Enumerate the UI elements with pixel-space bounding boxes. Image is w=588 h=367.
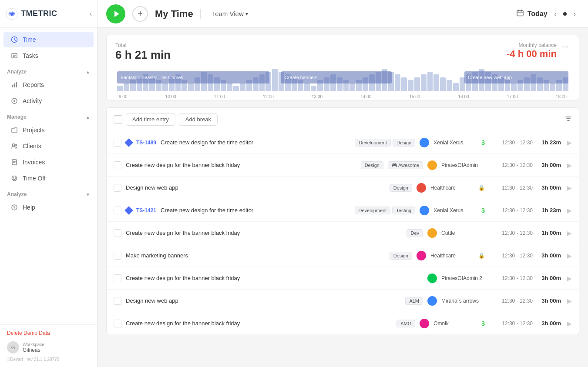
entry-checkbox[interactable]	[114, 229, 121, 237]
svg-rect-20	[517, 10, 523, 16]
entry-play-button[interactable]: ▶	[567, 162, 572, 169]
entry-checkbox[interactable]	[114, 320, 121, 327]
manage-section-header[interactable]: Manage ▲	[0, 110, 97, 122]
task-diamond-icon	[124, 138, 133, 147]
entry-play-button[interactable]: ▶	[567, 139, 572, 146]
sidebar-item-tasks[interactable]: Tasks	[3, 48, 94, 63]
chart-segment-2: Create banners	[281, 71, 392, 83]
entry-checkbox[interactable]	[114, 184, 121, 192]
entry-play-button[interactable]: ▶	[567, 230, 572, 237]
add-button[interactable]: +	[132, 6, 148, 22]
awesome-tag: 🎮 Awesome	[388, 161, 423, 169]
view-selector[interactable]: Team View ▾	[208, 7, 252, 20]
chart-time-labels: 9:00 10:00 11:00 12:00 13:00 14:00 15:00…	[117, 93, 568, 100]
sidebar-item-time[interactable]: Time	[3, 32, 94, 47]
activity-icon	[10, 97, 18, 105]
analyze-section-header[interactable]: Analyze ▲	[0, 65, 97, 77]
view-selector-label: Team View	[212, 10, 244, 17]
table-row: Design new web appDesignHealthcare🔒12:30…	[107, 177, 579, 199]
entry-checkbox[interactable]	[114, 161, 121, 169]
chart-bar	[304, 83, 310, 92]
topbar-divider	[200, 9, 201, 19]
entry-play-button[interactable]: ▶	[567, 207, 572, 214]
entries-list: TS-1489Create new design for the time ed…	[107, 131, 579, 335]
client-avatar	[420, 206, 429, 215]
entry-tags: Design	[390, 184, 412, 192]
time-range: 12:30 - 12:30	[489, 162, 533, 168]
entry-checkbox[interactable]	[114, 297, 121, 305]
lock-icon: 🔒	[478, 185, 485, 191]
chart-bar	[227, 83, 232, 92]
entry-checkbox[interactable]	[114, 139, 121, 147]
billable-icon: $	[481, 320, 485, 327]
entries-card: Add time entry Add break TS-1489Create n…	[106, 107, 579, 335]
add-break-button[interactable]: Add break	[179, 113, 218, 126]
entry-play-button[interactable]: ▶	[567, 252, 572, 259]
svg-point-11	[13, 144, 15, 146]
entry-tags: Design	[361, 161, 383, 169]
entry-play-button[interactable]: ▶	[567, 275, 572, 282]
entry-tags: DevelopmentTesting	[355, 207, 416, 214]
entry-checkbox[interactable]	[114, 252, 121, 260]
filter-button[interactable]	[565, 115, 572, 124]
tag-item: Design	[390, 184, 412, 192]
chart-bar	[124, 83, 129, 92]
entry-checkbox[interactable]	[114, 207, 121, 214]
duration: 1h 23m	[537, 139, 561, 146]
analyze2-label: Analyze	[7, 191, 27, 197]
sidebar-item-projects[interactable]: Projects	[3, 122, 94, 138]
clients-icon	[10, 142, 18, 150]
tag-item: Testing	[392, 207, 415, 214]
copyright-text: ©Devart rev 21.1.1.28778	[7, 357, 90, 362]
svg-rect-6	[12, 85, 13, 87]
entries-toolbar: Add time entry Add break	[107, 108, 579, 131]
entry-name: Design new web app	[126, 184, 385, 191]
tag-item: Dev	[407, 229, 423, 237]
sidebar-collapse-button[interactable]: ‹	[90, 10, 92, 18]
task-id[interactable]: TS-1489	[136, 140, 156, 146]
svg-point-12	[15, 144, 17, 146]
time-range: 12:30 - 12:30	[489, 320, 533, 327]
lock-icon: 🔒	[478, 253, 485, 259]
analyze2-section-header[interactable]: Analyze ▼	[0, 188, 97, 199]
delete-demo-button[interactable]: Delete Demo Data	[7, 330, 90, 336]
svg-rect-8	[16, 82, 17, 87]
timeoff-icon	[10, 174, 18, 182]
sidebar-item-help[interactable]: Help	[3, 200, 94, 215]
sidebar-item-projects-label: Projects	[23, 127, 45, 133]
duration: 3h 00m	[537, 184, 561, 191]
duration: 3h 00m	[537, 252, 561, 259]
table-row: Create new design for the banner black f…	[107, 222, 579, 244]
tag-item: Development	[355, 207, 391, 214]
view-selector-chevron: ▾	[245, 11, 248, 17]
balance-label: Monthly balance	[507, 42, 557, 48]
current-day-indicator	[563, 12, 567, 16]
sidebar-item-activity[interactable]: Activity	[3, 93, 94, 109]
prev-day-button[interactable]: ‹	[551, 9, 560, 19]
entry-checkbox[interactable]	[114, 274, 121, 282]
svg-marker-19	[114, 11, 119, 17]
add-time-entry-button[interactable]: Add time entry	[126, 113, 175, 126]
clock-icon	[10, 36, 18, 43]
chart-bar	[117, 86, 123, 91]
task-id[interactable]: TS-1421	[136, 207, 156, 214]
client-name: Mirana`s arrows	[441, 298, 485, 304]
entry-play-button[interactable]: ▶	[567, 320, 572, 327]
sidebar-item-clients[interactable]: Clients	[3, 138, 94, 154]
workspace-name: Gilneas	[23, 347, 44, 353]
select-all-checkbox[interactable]	[114, 115, 122, 124]
next-day-button[interactable]: ›	[570, 9, 579, 19]
table-row: Create new design for the banner black f…	[107, 312, 579, 335]
summary-left: Total 6 h 21 min	[115, 42, 171, 62]
help-icon	[10, 204, 18, 211]
more-options-button[interactable]: ···	[560, 42, 570, 51]
start-timer-button[interactable]	[106, 4, 125, 23]
svg-rect-13	[12, 160, 17, 165]
client-name: Cuttle	[441, 230, 485, 236]
sidebar-item-reports[interactable]: Reports	[3, 77, 94, 93]
sidebar-item-invoices[interactable]: Invoices	[3, 154, 94, 170]
entry-play-button[interactable]: ▶	[567, 297, 572, 304]
entry-play-button[interactable]: ▶	[567, 184, 572, 191]
sidebar-item-clients-label: Clients	[23, 143, 41, 150]
sidebar-item-timeoff[interactable]: Time Off	[3, 170, 94, 186]
